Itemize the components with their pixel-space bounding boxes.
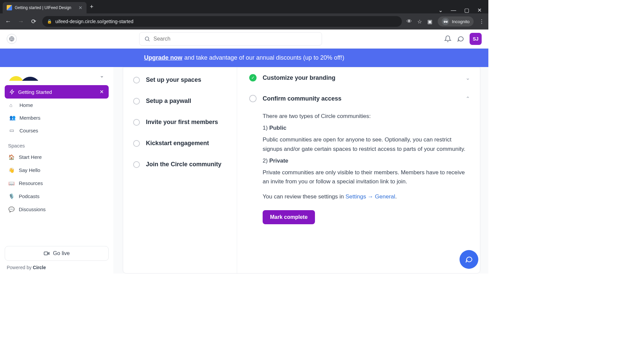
eye-off-icon[interactable]: 👁 bbox=[407, 18, 412, 24]
promo-banner: Upgrade now and take advantage of our an… bbox=[0, 49, 488, 67]
incognito-label: Incognito bbox=[452, 19, 470, 24]
section-branding[interactable]: ✓ Customize your branding ⌄ bbox=[249, 67, 470, 88]
back-button[interactable]: ← bbox=[4, 18, 12, 25]
step-kickstart[interactable]: Kickstart engagement bbox=[123, 133, 237, 154]
nav-members[interactable]: 👥Members bbox=[5, 111, 109, 124]
settings-general-link[interactable]: Settings → General bbox=[345, 193, 395, 200]
panel-icon[interactable]: ▣ bbox=[427, 18, 432, 25]
book-icon: 📖 bbox=[8, 180, 15, 186]
go-live-button[interactable]: Go live bbox=[5, 246, 109, 261]
lock-icon: 🔒 bbox=[47, 19, 52, 24]
star-icon[interactable]: ☆ bbox=[417, 18, 422, 25]
radio-unchecked-icon bbox=[133, 77, 140, 83]
space-start-here[interactable]: 🏠Start Here bbox=[5, 150, 109, 164]
step-join-community[interactable]: Join the Circle community bbox=[123, 154, 237, 175]
lightning-icon bbox=[9, 89, 15, 95]
globe-button[interactable] bbox=[7, 34, 17, 44]
check-circle-icon: ✓ bbox=[249, 74, 257, 81]
close-icon[interactable]: ✕ bbox=[78, 5, 83, 10]
step-setup-paywall[interactable]: Setup a paywall bbox=[123, 90, 237, 112]
window-controls: ⌄ ― ▢ ✕ bbox=[432, 7, 488, 13]
nav-home[interactable]: ⌂Home bbox=[5, 99, 109, 111]
members-icon: 👥 bbox=[9, 115, 15, 121]
search-input[interactable] bbox=[154, 36, 317, 42]
house-icon: 🏠 bbox=[8, 154, 15, 160]
browser-tab[interactable]: Getting started | UIFeed Design ✕ bbox=[3, 2, 87, 13]
powered-by: Powered by Circle bbox=[5, 261, 109, 270]
tab-title: Getting started | UIFeed Design bbox=[15, 5, 76, 10]
app-header: SJ bbox=[0, 29, 488, 49]
getting-started-pill[interactable]: Getting Started ✕ bbox=[5, 85, 109, 99]
chevron-down-icon: ⌄ bbox=[466, 75, 470, 81]
search-field[interactable] bbox=[139, 32, 322, 46]
community-logo[interactable] bbox=[7, 71, 40, 81]
step-detail: ✓ Customize your branding ⌄ Confirm comm… bbox=[237, 67, 480, 273]
video-icon bbox=[44, 250, 50, 256]
kebab-menu-icon[interactable]: ⋮ bbox=[479, 18, 484, 25]
browser-toolbar: ← → ⟳ 🔒 uifeed-design.circle.so/getting-… bbox=[0, 13, 488, 29]
chat-icon[interactable] bbox=[457, 35, 464, 43]
spaces-heading: Spaces bbox=[5, 137, 109, 150]
wave-icon: 👋 bbox=[8, 167, 15, 173]
space-resources[interactable]: 📖Resources bbox=[5, 177, 109, 190]
radio-unchecked-icon bbox=[133, 119, 140, 126]
forward-button[interactable]: → bbox=[17, 18, 25, 25]
maximize-icon[interactable]: ▢ bbox=[464, 7, 469, 13]
courses-icon: ▭ bbox=[9, 127, 15, 133]
close-icon[interactable]: ✕ bbox=[100, 89, 104, 95]
browser-tab-strip: Getting started | UIFeed Design ✕ + ⌄ ― … bbox=[0, 0, 488, 13]
radio-unchecked-icon bbox=[133, 161, 140, 168]
chat-fab[interactable] bbox=[460, 250, 478, 269]
avatar[interactable]: SJ bbox=[470, 33, 482, 45]
bell-icon[interactable] bbox=[444, 35, 451, 43]
incognito-icon: 🕶 bbox=[442, 18, 449, 25]
space-discussions[interactable]: 💬Discussions bbox=[5, 203, 109, 216]
space-podcasts[interactable]: 🎙️Podcasts bbox=[5, 190, 109, 203]
steps-list: Set up your spaces Setup a paywall Invit… bbox=[123, 67, 237, 273]
space-say-hello[interactable]: 👋Say Hello bbox=[5, 164, 109, 177]
svg-point-1 bbox=[145, 37, 149, 41]
chat-bubble-icon bbox=[465, 255, 473, 263]
home-icon: ⌂ bbox=[9, 102, 15, 108]
incognito-badge[interactable]: 🕶 Incognito bbox=[438, 16, 474, 26]
radio-unchecked-icon bbox=[133, 140, 140, 147]
svg-rect-2 bbox=[44, 252, 48, 255]
onboarding-card: Set up your spaces Setup a paywall Invit… bbox=[123, 67, 480, 274]
address-bar[interactable]: 🔒 uifeed-design.circle.so/getting-starte… bbox=[42, 16, 402, 27]
mic-icon: 🎙️ bbox=[8, 193, 15, 199]
tabs-dropdown-icon[interactable]: ⌄ bbox=[438, 7, 443, 13]
speech-icon: 💬 bbox=[8, 206, 15, 213]
sidebar: ⌄ Getting Started ✕ ⌂Home 👥Members ▭Cour… bbox=[0, 67, 113, 274]
mark-complete-button[interactable]: Mark complete bbox=[263, 210, 315, 224]
radio-unchecked-icon bbox=[133, 98, 140, 105]
nav-courses[interactable]: ▭Courses bbox=[5, 124, 109, 137]
tab-favicon-icon bbox=[7, 5, 12, 10]
search-icon bbox=[144, 36, 150, 42]
upgrade-link[interactable]: Upgrade now bbox=[144, 54, 182, 61]
chevron-up-icon: ⌃ bbox=[466, 96, 470, 102]
section-access-body: There are two types of Circle communitie… bbox=[249, 112, 470, 224]
globe-icon bbox=[9, 36, 14, 42]
radio-unchecked-icon bbox=[249, 95, 257, 102]
window-close-icon[interactable]: ✕ bbox=[477, 7, 482, 13]
url-text: uifeed-design.circle.so/getting-started bbox=[55, 19, 133, 24]
step-invite-members[interactable]: Invite your first members bbox=[123, 112, 237, 133]
main-content: Set up your spaces Setup a paywall Invit… bbox=[113, 67, 488, 274]
minimize-icon[interactable]: ― bbox=[451, 7, 456, 13]
reload-button[interactable]: ⟳ bbox=[30, 18, 38, 25]
banner-text: and take advantage of our annual discoun… bbox=[184, 54, 344, 61]
chevron-down-icon[interactable]: ⌄ bbox=[100, 72, 104, 79]
new-tab-button[interactable]: + bbox=[87, 3, 97, 10]
step-setup-spaces[interactable]: Set up your spaces bbox=[123, 69, 237, 90]
section-access[interactable]: Confirm community access ⌃ bbox=[249, 88, 470, 109]
